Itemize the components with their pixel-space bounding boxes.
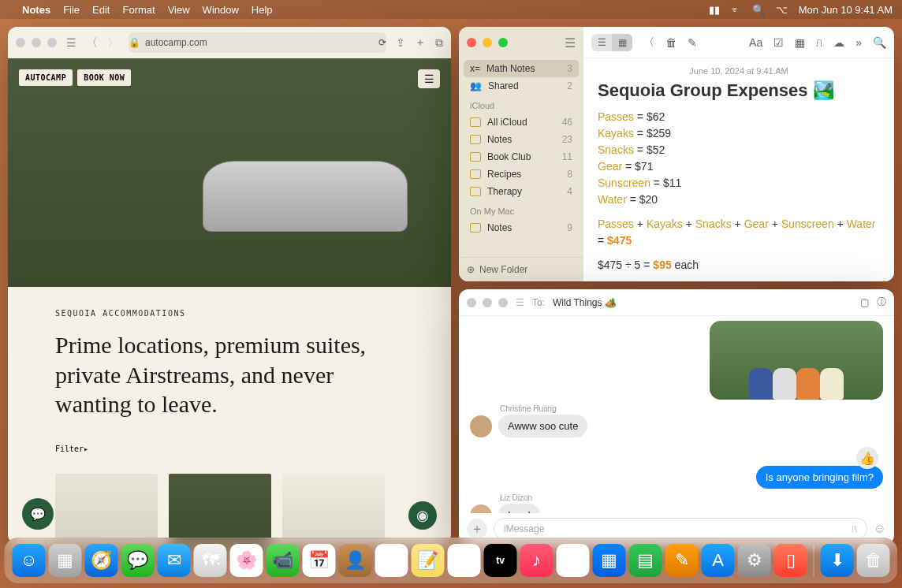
reload-icon[interactable]: ⟳ <box>378 37 386 48</box>
sidebar-item-shared[interactable]: 👥Shared2 <box>464 77 579 95</box>
thumb-3[interactable] <box>282 474 385 545</box>
dock-downloads-icon[interactable]: ⬇ <box>821 544 854 577</box>
thumb-1[interactable] <box>55 474 158 545</box>
thumb-2[interactable] <box>169 474 271 545</box>
wifi-icon[interactable]: ᯤ <box>731 4 741 16</box>
dock-trash-icon[interactable]: 🗑 <box>857 544 890 577</box>
new-folder-button[interactable]: ⊕ New Folder <box>459 257 583 281</box>
tapback-reaction[interactable]: 👍 <box>856 447 878 469</box>
dock-launchpad-icon[interactable]: ▦ <box>49 544 82 577</box>
battery-icon[interactable]: ▮▮ <box>709 4 720 16</box>
menu-view[interactable]: View <box>168 4 190 16</box>
dock-news-icon[interactable]: N <box>557 544 590 577</box>
dock-notes-icon[interactable]: 📝 <box>412 544 445 577</box>
table-icon[interactable]: ▦ <box>795 36 805 49</box>
avatar[interactable] <box>470 415 492 437</box>
section-eyebrow: SEQUOIA ACCOMMODATIONS <box>55 309 404 318</box>
sidebar-toggle-icon[interactable]: ☰ <box>516 297 524 308</box>
trash-icon[interactable]: 🗑 <box>665 36 676 49</box>
sidebar-item-book-club[interactable]: Book Club11 <box>464 148 579 166</box>
dock-calendar-icon[interactable]: 📅 <box>303 544 336 577</box>
incoming-bubble[interactable]: Awww soo cute <box>498 415 587 437</box>
dock-safari-icon[interactable]: 🧭 <box>85 544 118 577</box>
dock-iphone-mirror-icon[interactable]: ▯ <box>774 544 807 577</box>
emoji-icon[interactable]: ☺ <box>874 522 886 536</box>
audio-icon[interactable]: ⎍ <box>816 36 822 49</box>
facetime-icon[interactable]: ▢ <box>860 297 869 308</box>
sidebar-item-notes[interactable]: Notes9 <box>464 219 579 236</box>
site-logo[interactable]: AUTOCAMP <box>19 69 73 86</box>
note-body[interactable]: June 10, 2024 at 9:41 AM Sequoia Group E… <box>583 58 894 281</box>
dock-maps-icon[interactable]: 🗺 <box>194 544 227 577</box>
menu-edit[interactable]: Edit <box>92 4 110 16</box>
menu-format[interactable]: Format <box>122 4 155 16</box>
more-icon[interactable]: » <box>855 36 862 49</box>
sidebar-item-math-notes[interactable]: x=Math Notes3 <box>464 60 579 77</box>
traffic-lights[interactable] <box>467 298 508 307</box>
back-button[interactable]: 〈 <box>86 35 98 50</box>
sidebar-item-recipes[interactable]: Recipes8 <box>464 166 579 183</box>
photo-message[interactable] <box>710 321 883 400</box>
incoming-bubble[interactable]: I am! <box>498 504 540 513</box>
back-icon[interactable]: 〈 <box>643 35 654 50</box>
sidebar-item-therapy[interactable]: Therapy4 <box>464 183 579 200</box>
checklist-icon[interactable]: ☑ <box>773 36 784 49</box>
dock-tv-icon[interactable]: tv <box>484 544 517 577</box>
to-value[interactable]: Wild Things 🏕️ <box>553 297 617 308</box>
dock-keynote-icon[interactable]: ▦ <box>593 544 626 577</box>
app-menu[interactable]: Notes <box>22 4 50 16</box>
control-center-icon[interactable]: ⌥ <box>776 4 788 16</box>
dock-settings-icon[interactable]: ⚙ <box>738 544 771 577</box>
accessibility-fab-icon[interactable]: ◉ <box>408 501 437 530</box>
link-icon[interactable]: ☁ <box>833 36 844 49</box>
chat-fab-icon[interactable]: 💬 <box>22 498 54 530</box>
compose-icon[interactable]: ✎ <box>688 36 697 49</box>
dock-mail-icon[interactable]: ✉ <box>158 544 191 577</box>
text-style-icon[interactable]: Aa <box>749 36 762 49</box>
accommodation-thumbs <box>8 474 451 545</box>
book-now-button[interactable]: BOOK NOW <box>77 69 131 86</box>
sidebar-toggle-icon[interactable]: ☰ <box>66 36 76 49</box>
share-icon[interactable]: ⇪ <box>396 36 405 49</box>
search-icon[interactable]: 🔍 <box>873 36 886 49</box>
new-tab-icon[interactable]: ＋ <box>415 35 426 50</box>
grid-view-icon: ▦ <box>612 34 632 51</box>
dock-messages-icon[interactable]: 💬 <box>121 544 155 577</box>
address-bar[interactable]: 🔒 autocamp.com ⟳ <box>129 32 386 53</box>
spotlight-icon[interactable]: 🔍 <box>752 4 765 16</box>
filter-button[interactable]: Filter▸ <box>55 445 404 453</box>
dock-pages-icon[interactable]: ✎ <box>665 544 699 577</box>
view-switcher[interactable]: ☰ ▦ <box>591 34 632 51</box>
info-icon[interactable]: ⓘ <box>877 296 886 309</box>
avatar[interactable] <box>470 504 492 513</box>
safari-toolbar: ☰ 〈 〉 🔒 autocamp.com ⟳ ⇪ ＋ ⧉ <box>8 27 451 58</box>
clock[interactable]: Mon Jun 10 9:41 AM <box>799 4 893 16</box>
outgoing-bubble[interactable]: Is anyone bringing film? <box>756 466 883 489</box>
waveform-icon[interactable]: ⎍ <box>852 523 857 534</box>
note-date: June 10, 2024 at 9:41 AM <box>598 66 880 76</box>
dock-facetime-icon[interactable]: 📹 <box>266 544 300 577</box>
apps-plus-button[interactable]: ＋ <box>467 519 487 539</box>
note-line: Water = $20 <box>598 192 880 208</box>
dock-contacts-icon[interactable]: 👤 <box>339 544 372 577</box>
sidebar-toggle-icon[interactable]: ☰ <box>565 35 576 50</box>
traffic-lights[interactable] <box>16 38 57 47</box>
traffic-lights[interactable] <box>467 38 508 47</box>
message-input[interactable]: iMessage ⎍ <box>494 518 867 540</box>
menu-window[interactable]: Window <box>203 4 239 16</box>
conversation[interactable]: Christine Huang Awww soo cute 👍 Is anyon… <box>459 316 894 513</box>
dock-freeform-icon[interactable]: ✎ <box>448 544 481 577</box>
sidebar-item-all-icloud[interactable]: All iCloud46 <box>464 114 579 131</box>
dock-reminders-icon[interactable]: ☰ <box>375 544 408 577</box>
dock-photos-icon[interactable]: 🌸 <box>230 544 263 577</box>
sidebar-item-notes[interactable]: Notes23 <box>464 131 579 148</box>
tabs-icon[interactable]: ⧉ <box>435 36 443 50</box>
dock-music-icon[interactable]: ♪ <box>520 544 554 577</box>
dock-numbers-icon[interactable]: ▤ <box>629 544 662 577</box>
dock-finder-icon[interactable]: ☺ <box>13 544 46 577</box>
dock-appstore-icon[interactable]: A <box>702 544 735 577</box>
hamburger-icon[interactable]: ☰ <box>418 69 440 88</box>
menu-help[interactable]: Help <box>252 4 273 16</box>
forward-button[interactable]: 〉 <box>107 35 119 50</box>
menu-file[interactable]: File <box>63 4 80 16</box>
